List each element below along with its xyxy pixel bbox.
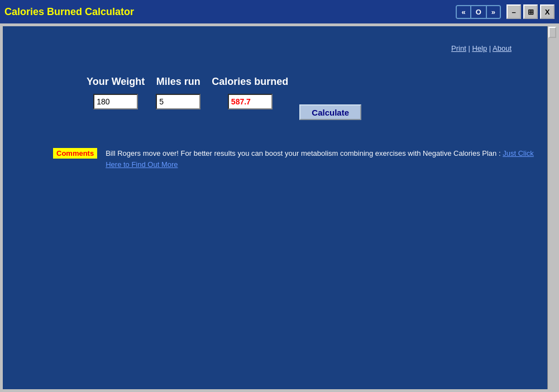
- help-link[interactable]: Help: [472, 44, 487, 52]
- nav-next-button[interactable]: »: [487, 6, 500, 18]
- app-title: Calories Burned Calculator: [4, 6, 134, 18]
- about-link[interactable]: About: [493, 44, 512, 52]
- sep1: |: [466, 44, 472, 52]
- nav-group: « O »: [456, 5, 501, 19]
- weight-column: Your Weight: [87, 75, 145, 109]
- comments-body: Bill Rogers move over! For better result…: [106, 149, 503, 157]
- miles-input[interactable]: [156, 94, 200, 109]
- comments-text: Bill Rogers move over! For better result…: [106, 148, 539, 170]
- miles-label: Miles run: [156, 75, 200, 88]
- title-bar: Calories Burned Calculator « O » – ⊞ X: [0, 0, 559, 23]
- close-button[interactable]: X: [540, 4, 555, 19]
- scrollbar[interactable]: [547, 26, 556, 389]
- nav-center-button[interactable]: O: [470, 6, 487, 18]
- weight-label: Your Weight: [87, 75, 145, 88]
- calories-result[interactable]: [228, 94, 273, 109]
- calculate-button[interactable]: Calculate: [299, 104, 361, 120]
- sep2: |: [487, 44, 493, 52]
- calories-column: Calories burned: [212, 75, 288, 109]
- nav-prev-button[interactable]: «: [457, 6, 470, 18]
- window-controls: « O » – ⊞ X: [456, 4, 555, 19]
- main-area: Print | Help | About Your Weight Miles r…: [3, 26, 556, 389]
- weight-input[interactable]: [93, 94, 138, 109]
- restore-button[interactable]: ⊞: [523, 4, 538, 19]
- links-row: Print | Help | About: [20, 37, 539, 53]
- calories-label: Calories burned: [212, 75, 288, 88]
- miles-column: Miles run: [156, 75, 200, 109]
- calculator-section: Your Weight Miles run Calories burned Ca…: [87, 75, 539, 120]
- print-link[interactable]: Print: [451, 44, 466, 52]
- content-area: Print | Help | About Your Weight Miles r…: [3, 26, 556, 181]
- scrollbar-thumb[interactable]: [548, 27, 556, 38]
- minimize-button[interactable]: –: [507, 4, 521, 19]
- comments-badge: Comments: [53, 148, 97, 159]
- comments-section: Comments Bill Rogers move over! For bett…: [53, 148, 539, 170]
